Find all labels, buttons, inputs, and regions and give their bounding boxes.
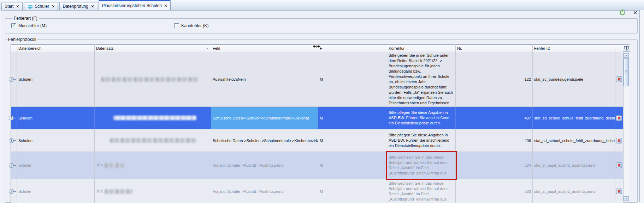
checkbox-label[interactable]: Mussfehler (M) [18,23,47,28]
header-datenbereich[interactable]: Datenbereich [17,45,95,52]
row-selector[interactable]: ? [11,52,17,107]
cell-korrektur[interactable]: Bitte pflegen Sie diese Angaben in ASD-B… [387,107,456,129]
kannfehler-checkbox[interactable]: ✓ [174,23,179,28]
redacted-text [101,77,198,82]
delete-row-button[interactable]: ✖ [616,162,622,168]
header-f[interactable]: F [318,45,387,52]
delete-cell[interactable]: ✖ [615,129,623,152]
delete-row-button[interactable]: ✖ [616,138,622,143]
row-selector[interactable]: ? [11,107,17,129]
delete-cell[interactable]: ✖ [615,152,623,179]
cell-fehlerart[interactable]: M [318,179,387,203]
cell-fehler-id[interactable]: stat_sc_bundesjugendspiele [533,52,615,107]
cell-nr[interactable]: 122 [456,52,533,107]
mussfehler-checkbox[interactable]: ✓ [11,23,16,28]
cell-nr[interactable]: 407 [456,107,533,129]
refresh-icon [619,9,626,16]
row-selector-button[interactable]: ? [12,118,16,118]
cell-nr[interactable]: 383 [456,179,533,203]
close-view-button[interactable]: ✕ [631,9,640,17]
cell-feld[interactable]: Vorjahr: Schüler->Austritt->Austrittsgru… [211,179,318,203]
header-delete-column [615,45,623,52]
row-selector-button[interactable]: ? [12,79,16,80]
application-window: Start ✕ Schüler ✕ Datenprüfung ✕ Plausib… [0,0,644,203]
checkbox-label[interactable]: Kannfehler (K) [181,23,208,28]
error-table: Datenbereich Datensatz▲ Feld F Korrektur… [11,44,623,203]
cell-fehlerart[interactable]: M [318,52,387,107]
scroll-down-button[interactable]: ▼ [624,196,629,201]
cell-fehlerart[interactable]: M [318,152,387,179]
header-feld[interactable]: Feld [211,45,318,52]
delete-row-button[interactable]: ✖ [616,76,622,82]
cell-fehlerart[interactable]: M [318,107,387,129]
cell-nr[interactable]: 406 [456,129,533,152]
refresh-button[interactable] [618,9,627,17]
table-row: ? Schüler 10a Vorjahr: Schüler->Austritt… [11,179,623,203]
cell-korrektur[interactable]: Bitte wechseln Sie in das vorige Schulja… [387,179,456,203]
redacted-text [105,189,133,194]
sort-ascending-icon: ▲ [206,47,208,50]
tab-schueler[interactable]: Schüler ✕ [24,2,58,10]
cell-fehler-id[interactable]: stat_st_pupil_austritt_austrittsgrund [533,152,615,179]
cell-datenbereich[interactable]: Schulen [17,52,95,107]
cell-datensatz[interactable] [95,52,211,107]
cell-datenbereich[interactable]: Schüler [17,152,95,179]
redacted-text [110,138,196,143]
header-korrektur[interactable]: Korrektur [387,45,456,52]
scroll-down-icon: ▼ [625,197,627,199]
tab-close-icon[interactable]: ✕ [16,5,19,8]
cell-korrektur[interactable]: Bitte geben Sie in der Schule unter dem … [387,52,456,107]
cell-fehler-id[interactable]: stat_sd_school_schule_fehlt_zuordnung_ki… [533,129,615,152]
column-chooser-button[interactable] [623,44,630,52]
checkbox-kannfehler: ✓ Kannfehler (K) [174,23,208,28]
delete-cell[interactable]: ✖ [615,52,623,107]
row-selector-button[interactable]: ? [12,191,16,192]
column-chooser-icon [624,46,629,51]
cell-feld-focused[interactable]: Schulische Daten->Schulen->Schulmerkmale… [211,107,318,129]
cell-datenbereich[interactable]: Schulen [17,107,95,129]
cell-datensatz[interactable]: 10a [95,179,211,203]
tab-close-icon[interactable]: ✕ [91,5,94,8]
horizontal-resize-cursor [312,44,321,50]
cell-datensatz[interactable]: 10a [95,152,211,179]
delete-cell[interactable]: ✖ [615,107,623,129]
tab-label: Plausibilisierungsfehler Schulen [102,3,161,8]
cell-datensatz[interactable] [95,107,211,129]
row-selector[interactable]: ? [11,152,17,179]
help-icon: ? [9,138,14,143]
delete-icon: ✖ [617,189,621,194]
scroll-up-button[interactable]: ▲ [624,53,629,58]
row-selector[interactable]: ? [11,179,17,203]
cell-datensatz[interactable] [95,129,211,152]
tab-start[interactable]: Start ✕ [1,2,23,10]
delete-icon: ✖ [617,163,621,168]
cell-korrektur[interactable]: Bitte pflegen Sie diese Angaben in ASD-B… [387,129,456,152]
help-icon: ? [9,77,14,82]
tab-plausibilisierungsfehler-schulen[interactable]: Plausibilisierungsfehler Schulen ✕ [99,0,171,10]
cell-fehlerart[interactable]: M [318,129,387,152]
cell-feld[interactable]: Vorjahr: Schüler->Austritt->Austrittsgru… [211,152,318,179]
header-fehler-id[interactable]: Fehler-ID [533,45,615,52]
cell-nr[interactable]: 384 [456,152,533,179]
cell-feld[interactable]: AuswahlfeldJaNein [211,52,318,107]
delete-row-button[interactable]: ✖ [616,115,622,121]
cell-fehler-id[interactable]: stat_st_pupil_austritt_austrittsgrund [533,179,615,203]
delete-cell[interactable]: ✖ [615,179,623,203]
toolbar-separator [629,10,629,16]
header-datensatz[interactable]: Datensatz▲ [95,45,211,52]
delete-row-button[interactable]: ✖ [616,189,622,194]
scrollbar-thumb[interactable] [624,58,629,86]
row-selector-button[interactable]: ? [12,165,16,166]
cell-feld[interactable]: Schulische Daten->Schulen->Schulmerkmale… [211,129,318,152]
row-selector[interactable]: ? [11,129,17,152]
cell-datenbereich[interactable]: Schüler [17,179,95,203]
cell-datenbereich[interactable]: Schulen [17,129,95,152]
cell-fehler-id[interactable]: stat_sd_school_schule_fehlt_zuordnung_de… [533,107,615,129]
header-nr[interactable]: Nr. [456,45,533,52]
tab-datenpruefung[interactable]: Datenprüfung ✕ [59,2,97,10]
tab-close-icon[interactable]: ✕ [52,5,55,8]
vertical-scrollbar[interactable]: ▲ ▼ [623,53,629,201]
tab-close-icon[interactable]: ✕ [164,4,167,8]
cell-korrektur-annotated[interactable]: Bitte wechseln Sie in das vorige Schulja… [387,152,456,179]
row-selector-button[interactable]: ? [12,140,16,141]
